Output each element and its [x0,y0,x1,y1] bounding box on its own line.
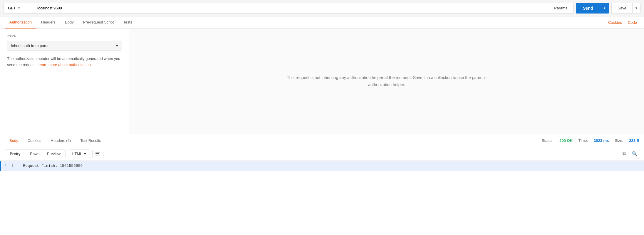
time-label: Time: [578,138,588,143]
svg-rect-0 [95,152,100,152]
line-info-marker: i [1,161,9,170]
send-btn-group: Send ▾ [576,3,609,14]
cookies-link[interactable]: Cookies [606,17,624,28]
request-content: TYPE Inherit auth from parent ▾ The auth… [0,28,644,134]
response-tab-headers[interactable]: Headers (6) [46,135,76,146]
status-label: Status: [542,138,554,143]
send-dropdown-button[interactable]: ▾ [600,3,609,14]
format-tabs: Pretty Raw Preview [5,150,66,158]
response-tab-cookies[interactable]: Cookies [23,135,46,146]
auth-right-panel: This request is not inheriting any autho… [129,28,644,134]
auth-type-chevron-icon: ▾ [116,43,118,48]
learn-more-link[interactable]: Learn more about authorization [38,63,91,67]
search-icon[interactable]: 🔍 [630,150,639,158]
code-link[interactable]: Code [625,17,639,28]
save-dropdown-button[interactable]: ▾ [633,3,640,14]
wrap-lines-icon [95,152,100,156]
size-value: 223 B [629,138,639,143]
response-tab-body[interactable]: Body [5,135,23,146]
save-btn-group: Save ▾ [611,3,640,14]
response-tab-testresults[interactable]: Test Results [76,135,106,146]
tab-authorization[interactable]: Authorization [5,16,36,28]
copy-icon[interactable]: ⧉ [621,150,628,158]
tab-headers[interactable]: Headers [36,16,60,28]
html-type-select[interactable]: HTML ▾ [68,150,90,158]
html-type-chevron-icon: ▾ [84,152,86,156]
code-line-1: i 1 Request Finish: 1561556906 [0,161,644,171]
auth-description: The authorization header will be automat… [7,56,122,68]
format-right: ⧉ 🔍 [621,150,639,158]
html-type-label: HTML [72,152,82,156]
line-number: 1 [9,161,19,171]
response-tabs: Body Cookies Headers (6) Test Results St… [0,134,644,147]
wrap-icon[interactable] [92,150,103,158]
url-input[interactable] [33,3,548,14]
method-select[interactable]: GET ▾ [4,3,33,14]
method-chevron-icon: ▾ [18,6,20,10]
response-body: i 1 Request Finish: 1561556906 [0,161,644,171]
format-tab-pretty[interactable]: Pretty [5,150,26,158]
url-bar: GET ▾ Params Send ▾ Save ▾ [0,0,644,16]
send-button[interactable]: Send [576,3,600,14]
response-status: Status: 200 OK Time: 3023 ms Size: 223 B [542,138,639,143]
tab-body[interactable]: Body [60,16,78,28]
auth-type-value: Inherit auth from parent [11,43,51,48]
format-tab-raw[interactable]: Raw [25,150,42,158]
size-label: Size: [615,138,623,143]
request-tab-right: Cookies Code [606,17,639,28]
auth-type-select[interactable]: Inherit auth from parent ▾ [7,41,122,51]
params-button[interactable]: Params [548,3,573,14]
method-label: GET [8,6,16,10]
status-value: 200 OK [559,138,573,143]
svg-rect-1 [95,153,99,154]
auth-left-panel: TYPE Inherit auth from parent ▾ The auth… [0,28,129,134]
format-tab-preview[interactable]: Preview [42,150,65,158]
svg-rect-2 [95,155,100,155]
line-content: Request Finish: 1561556906 [18,161,644,171]
request-tabs: Authorization Headers Body Pre-request S… [0,16,644,28]
tab-tests[interactable]: Tests [118,16,137,28]
time-value: 3023 ms [594,138,609,143]
save-button[interactable]: Save [611,3,633,14]
type-label: TYPE [7,34,122,38]
tab-prerequest[interactable]: Pre-request Script [78,16,119,28]
auth-info-text: This request is not inheriting any autho… [284,74,489,88]
response-format-bar: Pretty Raw Preview HTML ▾ ⧉ 🔍 [0,147,644,161]
